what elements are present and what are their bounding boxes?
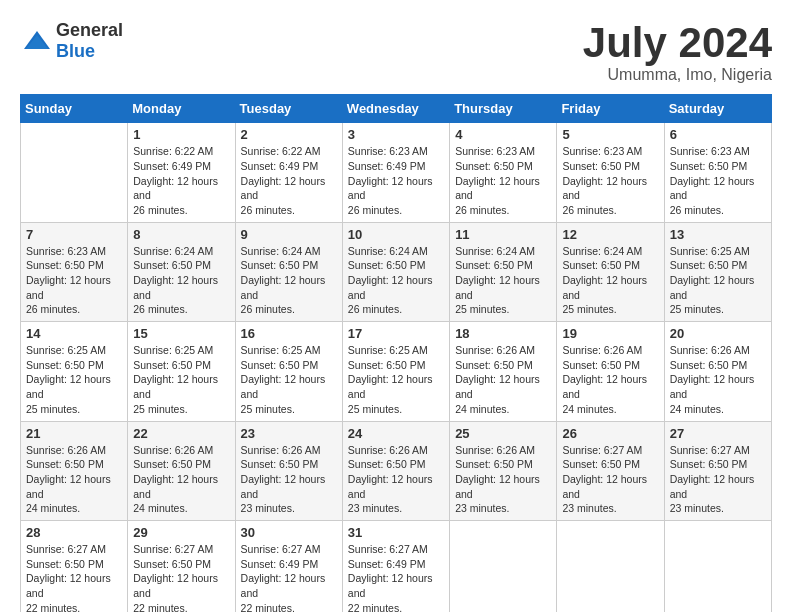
daylight-text: Daylight: 12 hours and <box>348 273 444 302</box>
calendar-cell <box>557 520 664 612</box>
sunrise-text: Sunrise: 6:25 AM <box>241 343 337 358</box>
sunset-text: Sunset: 6:50 PM <box>133 457 229 472</box>
sunset-text: Sunset: 6:50 PM <box>241 258 337 273</box>
daylight-text-cont: 23 minutes. <box>241 501 337 516</box>
day-number: 3 <box>348 127 444 142</box>
sunset-text: Sunset: 6:50 PM <box>133 557 229 572</box>
sunset-text: Sunset: 6:50 PM <box>241 358 337 373</box>
daylight-text-cont: 25 minutes. <box>670 302 766 317</box>
day-detail: Sunrise: 6:24 AMSunset: 6:50 PMDaylight:… <box>241 244 337 317</box>
calendar-cell <box>21 123 128 222</box>
col-header-wednesday: Wednesday <box>342 95 449 123</box>
calendar-cell: 14Sunrise: 6:25 AMSunset: 6:50 PMDayligh… <box>21 322 128 421</box>
day-detail: Sunrise: 6:27 AMSunset: 6:50 PMDaylight:… <box>26 542 122 612</box>
calendar-cell: 11Sunrise: 6:24 AMSunset: 6:50 PMDayligh… <box>450 222 557 321</box>
day-number: 14 <box>26 326 122 341</box>
day-number: 31 <box>348 525 444 540</box>
day-detail: Sunrise: 6:27 AMSunset: 6:49 PMDaylight:… <box>348 542 444 612</box>
sunset-text: Sunset: 6:50 PM <box>348 258 444 273</box>
daylight-text: Daylight: 12 hours and <box>26 372 122 401</box>
daylight-text: Daylight: 12 hours and <box>455 472 551 501</box>
sunset-text: Sunset: 6:50 PM <box>26 557 122 572</box>
day-detail: Sunrise: 6:22 AMSunset: 6:49 PMDaylight:… <box>241 144 337 217</box>
sunrise-text: Sunrise: 6:23 AM <box>455 144 551 159</box>
daylight-text: Daylight: 12 hours and <box>455 372 551 401</box>
day-number: 23 <box>241 426 337 441</box>
sunset-text: Sunset: 6:50 PM <box>455 457 551 472</box>
day-number: 18 <box>455 326 551 341</box>
calendar-cell: 10Sunrise: 6:24 AMSunset: 6:50 PMDayligh… <box>342 222 449 321</box>
day-number: 29 <box>133 525 229 540</box>
day-detail: Sunrise: 6:26 AMSunset: 6:50 PMDaylight:… <box>133 443 229 516</box>
header: General Blue July 2024 Umumma, Imo, Nige… <box>20 20 772 84</box>
day-number: 15 <box>133 326 229 341</box>
day-detail: Sunrise: 6:23 AMSunset: 6:49 PMDaylight:… <box>348 144 444 217</box>
daylight-text: Daylight: 12 hours and <box>241 174 337 203</box>
day-number: 28 <box>26 525 122 540</box>
col-header-thursday: Thursday <box>450 95 557 123</box>
sunrise-text: Sunrise: 6:26 AM <box>241 443 337 458</box>
daylight-text: Daylight: 12 hours and <box>26 571 122 600</box>
sunrise-text: Sunrise: 6:22 AM <box>133 144 229 159</box>
calendar-cell <box>664 520 771 612</box>
day-number: 6 <box>670 127 766 142</box>
sunset-text: Sunset: 6:49 PM <box>348 159 444 174</box>
month-year-title: July 2024 <box>583 20 772 66</box>
sunrise-text: Sunrise: 6:27 AM <box>562 443 658 458</box>
calendar-cell: 20Sunrise: 6:26 AMSunset: 6:50 PMDayligh… <box>664 322 771 421</box>
calendar-cell: 9Sunrise: 6:24 AMSunset: 6:50 PMDaylight… <box>235 222 342 321</box>
day-detail: Sunrise: 6:24 AMSunset: 6:50 PMDaylight:… <box>562 244 658 317</box>
day-detail: Sunrise: 6:26 AMSunset: 6:50 PMDaylight:… <box>241 443 337 516</box>
sunrise-text: Sunrise: 6:23 AM <box>26 244 122 259</box>
daylight-text: Daylight: 12 hours and <box>241 571 337 600</box>
sunset-text: Sunset: 6:50 PM <box>670 258 766 273</box>
calendar-cell: 7Sunrise: 6:23 AMSunset: 6:50 PMDaylight… <box>21 222 128 321</box>
calendar-cell: 24Sunrise: 6:26 AMSunset: 6:50 PMDayligh… <box>342 421 449 520</box>
day-detail: Sunrise: 6:24 AMSunset: 6:50 PMDaylight:… <box>348 244 444 317</box>
day-detail: Sunrise: 6:25 AMSunset: 6:50 PMDaylight:… <box>670 244 766 317</box>
day-number: 24 <box>348 426 444 441</box>
sunset-text: Sunset: 6:50 PM <box>455 258 551 273</box>
day-number: 7 <box>26 227 122 242</box>
sunset-text: Sunset: 6:50 PM <box>26 457 122 472</box>
day-detail: Sunrise: 6:25 AMSunset: 6:50 PMDaylight:… <box>348 343 444 416</box>
day-detail: Sunrise: 6:26 AMSunset: 6:50 PMDaylight:… <box>562 343 658 416</box>
day-detail: Sunrise: 6:25 AMSunset: 6:50 PMDaylight:… <box>241 343 337 416</box>
day-number: 10 <box>348 227 444 242</box>
daylight-text-cont: 24 minutes. <box>455 402 551 417</box>
sunrise-text: Sunrise: 6:25 AM <box>348 343 444 358</box>
calendar-cell: 13Sunrise: 6:25 AMSunset: 6:50 PMDayligh… <box>664 222 771 321</box>
daylight-text-cont: 25 minutes. <box>455 302 551 317</box>
daylight-text-cont: 26 minutes. <box>562 203 658 218</box>
day-detail: Sunrise: 6:27 AMSunset: 6:49 PMDaylight:… <box>241 542 337 612</box>
day-detail: Sunrise: 6:23 AMSunset: 6:50 PMDaylight:… <box>26 244 122 317</box>
sunrise-text: Sunrise: 6:26 AM <box>26 443 122 458</box>
sunset-text: Sunset: 6:50 PM <box>133 258 229 273</box>
day-number: 17 <box>348 326 444 341</box>
daylight-text: Daylight: 12 hours and <box>670 472 766 501</box>
day-number: 26 <box>562 426 658 441</box>
calendar-cell: 21Sunrise: 6:26 AMSunset: 6:50 PMDayligh… <box>21 421 128 520</box>
col-header-sunday: Sunday <box>21 95 128 123</box>
logo: General Blue <box>20 20 123 62</box>
day-number: 4 <box>455 127 551 142</box>
sunset-text: Sunset: 6:50 PM <box>26 358 122 373</box>
col-header-friday: Friday <box>557 95 664 123</box>
sunrise-text: Sunrise: 6:26 AM <box>133 443 229 458</box>
calendar-cell: 12Sunrise: 6:24 AMSunset: 6:50 PMDayligh… <box>557 222 664 321</box>
day-detail: Sunrise: 6:22 AMSunset: 6:49 PMDaylight:… <box>133 144 229 217</box>
day-detail: Sunrise: 6:26 AMSunset: 6:50 PMDaylight:… <box>348 443 444 516</box>
daylight-text: Daylight: 12 hours and <box>562 372 658 401</box>
daylight-text-cont: 26 minutes. <box>241 302 337 317</box>
daylight-text-cont: 25 minutes. <box>26 402 122 417</box>
sunrise-text: Sunrise: 6:26 AM <box>455 443 551 458</box>
daylight-text: Daylight: 12 hours and <box>348 571 444 600</box>
sunrise-text: Sunrise: 6:25 AM <box>670 244 766 259</box>
daylight-text-cont: 23 minutes. <box>455 501 551 516</box>
calendar-cell: 5Sunrise: 6:23 AMSunset: 6:50 PMDaylight… <box>557 123 664 222</box>
calendar-cell: 15Sunrise: 6:25 AMSunset: 6:50 PMDayligh… <box>128 322 235 421</box>
daylight-text: Daylight: 12 hours and <box>670 372 766 401</box>
sunrise-text: Sunrise: 6:24 AM <box>455 244 551 259</box>
col-header-saturday: Saturday <box>664 95 771 123</box>
sunrise-text: Sunrise: 6:24 AM <box>348 244 444 259</box>
